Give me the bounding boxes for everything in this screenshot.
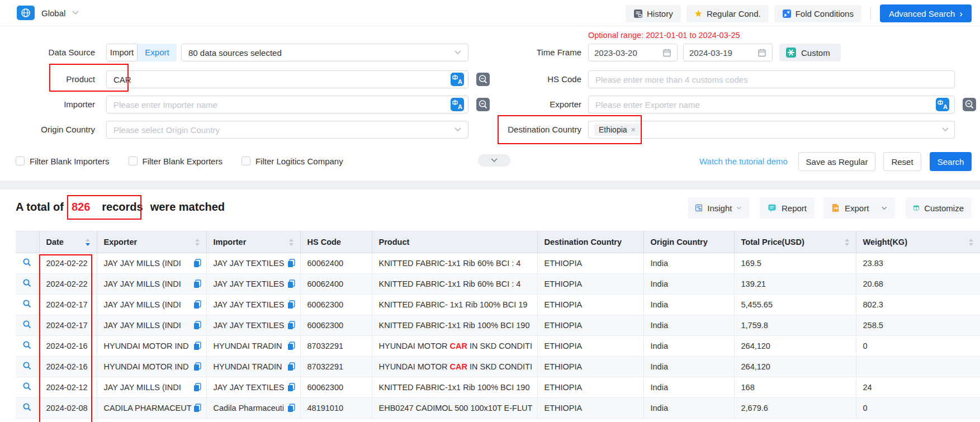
importer-input[interactable]: [106, 96, 468, 113]
copy-icon[interactable]: [193, 362, 201, 371]
customize-button[interactable]: Customize: [906, 197, 972, 219]
destination-country-select[interactable]: Ethiopia ×: [588, 121, 955, 139]
table-row[interactable]: 2024-02-22 JAY JAY MILLS (INDI JAY JAY T…: [16, 253, 980, 274]
customize-table-icon: [913, 203, 919, 212]
exporter-input[interactable]: [588, 96, 955, 113]
insight-button[interactable]: BI Insight: [688, 197, 749, 219]
row-detail-search-icon[interactable]: [22, 340, 32, 350]
checkbox-icon[interactable]: [242, 157, 250, 165]
row-detail-search-icon[interactable]: [22, 299, 32, 309]
row-detail-search-icon[interactable]: [22, 361, 32, 371]
table-row[interactable]: 2024-02-08 CADILA PHARMACEUT Cadila Phar…: [16, 398, 980, 419]
cell-weight: 24: [856, 377, 980, 398]
row-detail-search-icon[interactable]: [22, 320, 32, 329]
header-product: Product: [372, 231, 537, 253]
import-tab[interactable]: Import: [106, 44, 138, 61]
copy-icon[interactable]: [193, 321, 201, 330]
translate-icon[interactable]: A: [451, 98, 464, 111]
sort-icons[interactable]: [86, 239, 90, 246]
cell-hs-code: 60062400: [300, 274, 372, 295]
sort-icons[interactable]: [845, 239, 849, 246]
tag-remove-icon[interactable]: ×: [631, 125, 636, 134]
sort-icons[interactable]: [289, 239, 293, 246]
tutorial-link[interactable]: Watch the tutorial demo: [699, 152, 788, 171]
collapse-form-button[interactable]: [478, 154, 510, 167]
copy-icon[interactable]: [193, 342, 201, 350]
row-detail-search-icon[interactable]: [22, 258, 32, 267]
copy-icon[interactable]: [287, 342, 295, 350]
header-total-price[interactable]: Total Price(USD): [734, 231, 856, 253]
search-button[interactable]: Search: [930, 152, 972, 171]
copy-icon[interactable]: [193, 300, 201, 309]
chevron-down-icon[interactable]: [882, 206, 887, 210]
row-detail-search-icon[interactable]: [22, 402, 32, 412]
cell-product: EHB0247 CADIMOL 500 100x10T E-FLUT: [372, 398, 537, 419]
copy-icon[interactable]: [193, 383, 201, 392]
copy-icon[interactable]: [287, 279, 295, 288]
table-row[interactable]: 2024-02-17 JAY JAY MILLS (INDI JAY JAY T…: [16, 315, 980, 336]
export-button[interactable]: Export: [823, 197, 895, 219]
header-date[interactable]: Date: [39, 231, 97, 253]
search-form: Optional range: 2021-01-01 to 2024-03-25…: [0, 26, 980, 181]
copy-icon[interactable]: [287, 321, 295, 330]
brand[interactable]: Global: [17, 6, 79, 20]
filter-logistics-checkbox[interactable]: Filter Logitics Company: [242, 157, 343, 166]
save-as-regular-button[interactable]: Save as Regular: [798, 152, 875, 171]
copy-icon[interactable]: [193, 259, 201, 268]
table-row[interactable]: 2024-02-17 JAY JAY MILLS (INDI JAY JAY T…: [16, 295, 980, 315]
hs-code-input[interactable]: [588, 70, 955, 88]
history-button[interactable]: History: [626, 5, 681, 22]
data-sources-select[interactable]: 80 data sources selected: [181, 44, 468, 61]
header-weight[interactable]: Weight(KG): [856, 231, 980, 253]
checkbox-icon[interactable]: [129, 157, 138, 165]
start-date-input[interactable]: 2023-03-20: [588, 44, 678, 61]
cell-importer: HYUNDAI TRADIN: [206, 336, 300, 357]
filter-blank-exporters-checkbox[interactable]: Filter Blank Exporters: [129, 157, 222, 166]
end-date-input[interactable]: 2024-03-19: [683, 44, 773, 61]
table-row[interactable]: 2024-02-12 JAY JAY MILLS (INDI JAY JAY T…: [16, 377, 980, 398]
chevron-down-icon[interactable]: [72, 11, 79, 15]
table-row[interactable]: 2024-02-16 HYUNDAI MOTOR IND HYUNDAI TRA…: [16, 357, 980, 377]
importer-label: Importer: [0, 96, 95, 113]
cell-weight: 0: [856, 336, 980, 357]
translate-icon[interactable]: A: [936, 98, 949, 111]
top-bar: Global History ★ Regular Cond. Fold Cond…: [0, 0, 980, 26]
row-detail-search-icon[interactable]: [22, 278, 32, 288]
row-detail-search-icon[interactable]: [22, 382, 32, 391]
advanced-search-button[interactable]: Advanced Search ›: [880, 4, 972, 22]
copy-icon[interactable]: [193, 404, 201, 412]
cell-origin: India: [643, 295, 734, 315]
fold-conditions-button[interactable]: Fold Conditions: [774, 5, 861, 22]
copy-icon[interactable]: [287, 383, 295, 392]
translate-icon[interactable]: A: [451, 73, 464, 86]
export-tab[interactable]: Export: [138, 44, 177, 61]
origin-country-select[interactable]: Please select Origin Country: [106, 121, 468, 139]
chevron-down-icon: [455, 127, 461, 132]
cell-date: 2024-02-12: [39, 377, 97, 398]
topbar-actions: History ★ Regular Cond. Fold Conditions …: [626, 4, 972, 22]
copy-icon[interactable]: [287, 259, 295, 268]
regular-cond-button[interactable]: ★ Regular Cond.: [687, 5, 769, 22]
copy-icon[interactable]: [287, 362, 295, 371]
sort-icons[interactable]: [969, 239, 973, 246]
header-exporter[interactable]: Exporter: [97, 231, 206, 253]
cell-weight: 802.3: [856, 295, 980, 315]
report-button[interactable]: Report: [760, 197, 815, 219]
copy-icon[interactable]: [287, 404, 295, 412]
table-row[interactable]: 2024-02-16 HYUNDAI MOTOR IND HYUNDAI TRA…: [16, 336, 980, 357]
header-importer[interactable]: Importer: [206, 231, 300, 253]
reset-button[interactable]: Reset: [883, 152, 921, 171]
filter-checkbox-row: Filter Blank Importers Filter Blank Expo…: [16, 152, 343, 170]
table-row[interactable]: 2024-02-22 JAY JAY MILLS (INDI JAY JAY T…: [16, 274, 980, 295]
cell-hs-code: 60062300: [300, 295, 372, 315]
product-input[interactable]: [106, 70, 468, 88]
cell-exporter: HYUNDAI MOTOR IND: [97, 357, 206, 377]
sort-icons[interactable]: [195, 239, 200, 246]
copy-icon[interactable]: [193, 279, 201, 288]
custom-timeframe-button[interactable]: Custom: [779, 44, 841, 61]
checkbox-icon[interactable]: [16, 157, 25, 165]
copy-icon[interactable]: [287, 300, 295, 309]
cell-total-price: 1,759.8: [734, 315, 856, 336]
exclude-filter-icon[interactable]: [963, 98, 976, 111]
filter-blank-importers-checkbox[interactable]: Filter Blank Importers: [16, 157, 110, 166]
